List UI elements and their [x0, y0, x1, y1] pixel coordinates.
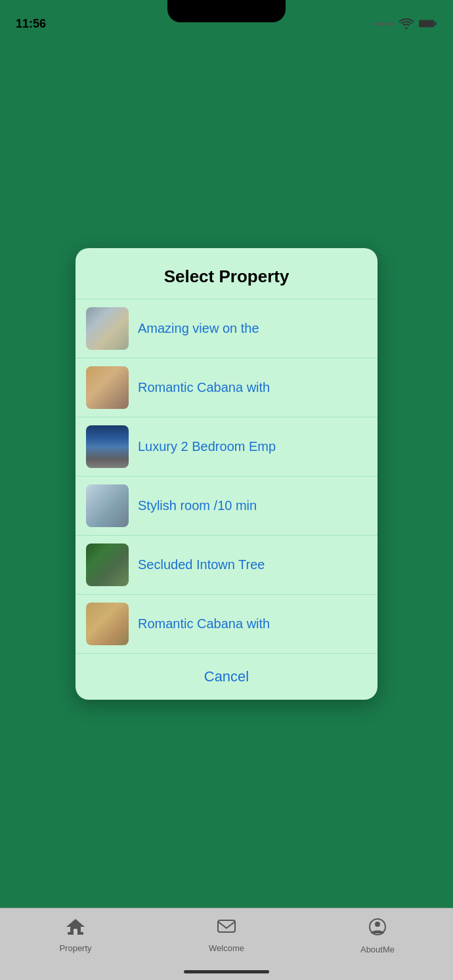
property-thumbnail [86, 484, 129, 527]
svg-rect-13 [74, 929, 77, 935]
tab-property[interactable]: Property [0, 918, 151, 953]
property-name: Secluded Intown Tree [138, 557, 265, 572]
notch [167, 0, 286, 22]
welcome-tab-label: Welcome [209, 943, 244, 953]
list-item[interactable]: Stylish room /10 min [76, 477, 378, 536]
property-tab-label: Property [59, 943, 91, 953]
list-item[interactable]: Romantic Cabana with [76, 595, 378, 654]
tab-bar: Property Welcome AboutMe [0, 908, 453, 980]
property-name: Luxury 2 Bedroom Emp [138, 439, 276, 454]
svg-marker-14 [66, 919, 85, 927]
property-thumbnail [86, 366, 129, 409]
property-name: Amazing view on the [138, 321, 259, 336]
status-time: 11:56 [16, 17, 46, 31]
main-content: Select Property Amazing view on theRoman… [0, 39, 453, 908]
property-icon [66, 918, 85, 939]
property-thumbnail [86, 543, 129, 586]
list-item[interactable]: Amazing view on the [76, 299, 378, 358]
svg-rect-2 [435, 22, 437, 26]
battery-icon [419, 19, 437, 28]
aboutme-tab-label: AboutMe [360, 945, 395, 954]
modal-title: Select Property [76, 248, 378, 299]
svg-rect-1 [419, 20, 434, 27]
phone-shell: 11:56 [0, 0, 453, 980]
signal-icon [375, 22, 394, 26]
property-name: Stylish room /10 min [138, 498, 257, 513]
cancel-button[interactable]: Cancel [76, 654, 378, 700]
wifi-icon [399, 18, 414, 29]
status-icons [375, 18, 437, 29]
property-list: Amazing view on theRomantic Cabana withL… [76, 299, 378, 654]
list-item[interactable]: Luxury 2 Bedroom Emp [76, 417, 378, 477]
property-thumbnail [86, 603, 129, 645]
property-name: Romantic Cabana with [138, 616, 270, 631]
tab-welcome[interactable]: Welcome [151, 918, 302, 953]
tab-aboutme[interactable]: AboutMe [302, 918, 453, 954]
property-thumbnail [86, 425, 129, 468]
svg-point-0 [406, 28, 408, 30]
svg-rect-15 [218, 920, 235, 932]
welcome-icon [217, 918, 236, 939]
home-indicator [184, 970, 269, 973]
list-item[interactable]: Romantic Cabana with [76, 358, 378, 417]
list-item[interactable]: Secluded Intown Tree [76, 536, 378, 595]
property-thumbnail [86, 307, 129, 350]
property-select-modal: Select Property Amazing view on theRoman… [76, 248, 378, 700]
svg-point-17 [375, 922, 380, 927]
aboutme-icon [368, 918, 387, 941]
property-name: Romantic Cabana with [138, 380, 270, 395]
